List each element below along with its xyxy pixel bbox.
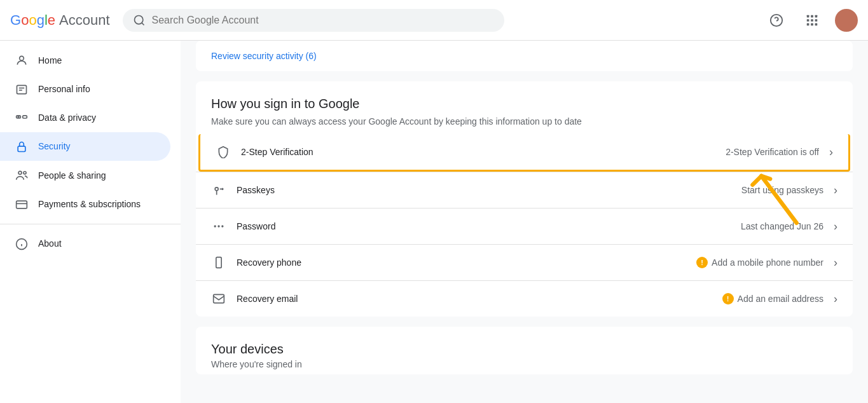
search-box[interactable] [123,9,504,32]
header-actions [764,8,858,33]
svg-rect-4 [807,15,809,17]
recovery-phone-value: ! Add a mobile phone number [696,257,823,268]
passkeys-chevron: › [834,184,837,197]
recovery-email-item[interactable]: Recovery email ! Add an email address › [196,280,853,317]
svg-rect-11 [811,23,813,25]
svg-point-19 [18,116,19,118]
sidebar-item-security-label: Security [38,141,71,151]
2step-verification-item[interactable]: 2-Step Verification 2-Step Verification … [198,134,850,172]
recovery-phone-item[interactable]: Recovery phone ! Add a mobile phone numb… [196,244,853,280]
recovery-email-warning: ! [722,293,734,304]
svg-rect-8 [811,19,813,22]
passkeys-label: Passkeys [237,185,741,195]
password-item[interactable]: Password Last changed Jun 26 › [196,208,853,244]
svg-point-0 [134,15,142,24]
password-label: Password [237,221,741,231]
devices-section: Your devices Where you're signed in [196,327,853,374]
recovery-phone-chevron: › [834,256,837,270]
sidebar-item-people-sharing-label: People & sharing [38,170,106,181]
main-layout: Home Personal info Data & privacy Securi… [0,41,868,403]
sidebar-divider [0,224,181,224]
sidebar-item-personal-info-label: Personal info [38,84,90,94]
passkeys-value: Start using passkeys [741,185,823,195]
passkeys-item[interactable]: Passkeys Start using passkeys › [196,172,853,208]
sidebar-item-payments[interactable]: Payments & subscriptions [0,189,170,218]
avatar[interactable] [835,9,858,32]
sidebar-item-about[interactable]: About [0,229,170,258]
svg-rect-18 [23,116,27,118]
devices-title: Your devices [211,342,837,357]
sidebar-item-people-sharing[interactable]: People & sharing [0,161,170,189]
sidebar-item-data-privacy[interactable]: Data & privacy [0,104,170,132]
search-input[interactable] [152,15,494,26]
2step-chevron: › [829,146,833,159]
sign-in-section: How you sign in to Google Make sure you … [196,81,853,317]
svg-rect-9 [815,19,818,22]
sidebar-item-payments-label: Payments & subscriptions [38,199,141,209]
main-content: Review security activity (6) How you sig… [181,41,868,403]
sidebar-item-personal-info[interactable]: Personal info [0,74,170,103]
recovery-email-chevron: › [834,292,837,306]
svg-rect-34 [214,294,224,303]
svg-rect-20 [18,146,25,151]
account-wordmark: Account [59,12,110,29]
google-wordmark: Google [10,12,55,29]
data-privacy-icon [15,111,28,125]
svg-rect-5 [811,15,813,17]
logo: Google Account [10,12,110,29]
svg-point-31 [221,225,223,227]
svg-point-22 [24,172,26,174]
recovery-email-icon [211,291,226,306]
sidebar-item-data-privacy-label: Data & privacy [38,113,96,123]
recovery-email-label: Recovery email [237,294,722,304]
svg-point-30 [217,225,219,227]
password-icon [211,219,226,234]
2step-value: 2-Step Verification is off [726,147,819,157]
sidebar: Home Personal info Data & privacy Securi… [0,41,181,403]
2step-label: 2-Step Verification [241,147,726,157]
2step-icon [216,144,231,160]
apps-icon [805,13,819,27]
sign-in-subtitle: Make sure you can always access your Goo… [211,116,837,126]
search-icon [133,14,146,27]
home-icon [15,53,28,67]
devices-subtitle: Where you're signed in [211,359,837,369]
sidebar-item-about-label: About [38,238,62,249]
personal-info-icon [15,82,28,95]
help-icon [769,13,783,27]
sign-in-section-header: How you sign in to Google Make sure you … [196,81,853,132]
app-header: Google Account [0,0,868,41]
security-icon [15,140,28,153]
sidebar-item-security[interactable]: Security [0,132,170,161]
help-button[interactable] [764,8,789,33]
recovery-phone-label: Recovery phone [237,257,696,268]
passkeys-icon [211,182,226,198]
security-activity-banner: Review security activity (6) [196,41,853,71]
svg-point-13 [20,57,24,61]
sidebar-item-home-label: Home [38,55,62,65]
svg-rect-23 [17,201,27,208]
sidebar-item-home[interactable]: Home [0,46,170,74]
security-activity-link[interactable]: Review security activity (6) [211,51,317,61]
svg-rect-7 [807,19,809,22]
svg-point-21 [18,172,22,175]
recovery-email-value: ! Add an email address [722,293,823,304]
password-chevron: › [834,220,837,233]
recovery-phone-warning: ! [696,257,708,268]
svg-line-1 [141,22,144,25]
sign-in-title: How you sign in to Google [211,97,837,111]
recovery-phone-icon [211,255,226,270]
about-icon [15,237,28,250]
svg-point-28 [215,188,218,191]
apps-button[interactable] [799,8,825,33]
svg-point-29 [214,225,216,227]
payments-icon [15,197,28,210]
people-icon [15,168,28,182]
svg-rect-6 [815,15,818,17]
svg-rect-12 [815,23,818,25]
svg-rect-10 [807,23,809,25]
devices-section-header: Your devices Where you're signed in [196,327,853,374]
password-value: Last changed Jun 26 [741,221,823,231]
